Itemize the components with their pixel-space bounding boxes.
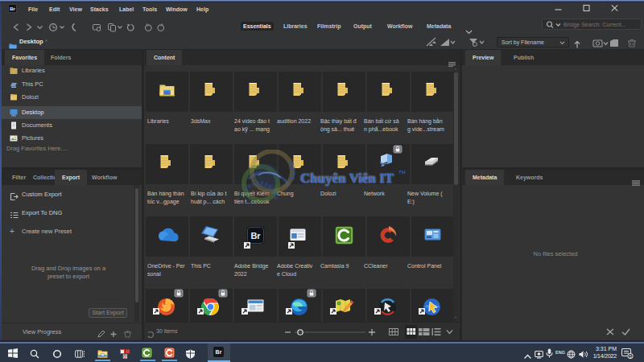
svg-text:Br: Br: [250, 231, 261, 241]
svg-text:Chuyên Viên IT: Chuyên Viên IT: [300, 171, 394, 186]
svg-text:5: 5: [629, 354, 631, 359]
svg-text:TM: TM: [398, 170, 406, 175]
